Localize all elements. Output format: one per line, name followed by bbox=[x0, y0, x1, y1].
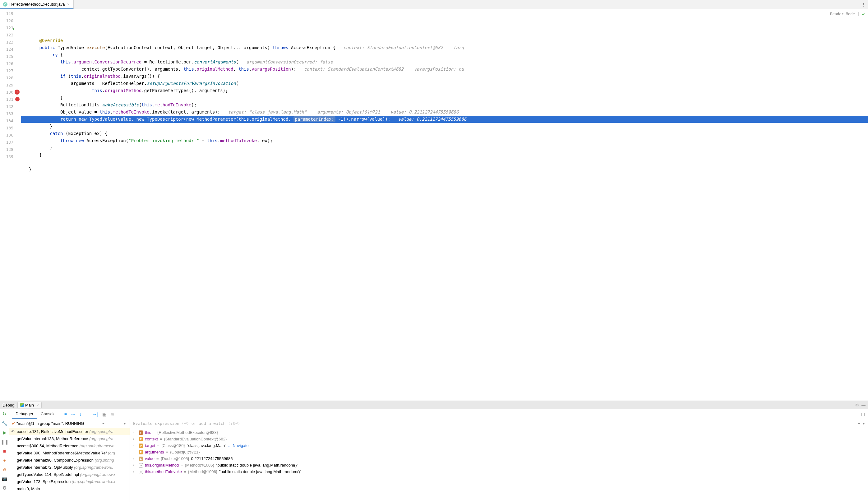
gutter-line[interactable]: 125 bbox=[0, 53, 21, 60]
expand-icon[interactable]: › bbox=[133, 444, 137, 447]
step-over-icon[interactable]: ⤻ bbox=[71, 412, 75, 417]
gutter-line[interactable]: 131 bbox=[0, 96, 21, 103]
rerun-icon[interactable]: ↻ bbox=[2, 411, 7, 417]
evaluate-icon[interactable]: ▦ bbox=[102, 412, 106, 417]
resume-icon[interactable]: ▶ bbox=[3, 430, 7, 436]
code-line[interactable]: arguments = ReflectionHelper.setupArgume… bbox=[21, 80, 868, 87]
breakpoint-badge[interactable]: 1 bbox=[14, 90, 20, 94]
gear-icon[interactable]: ⚙ bbox=[855, 403, 859, 408]
gutter-line[interactable]: 121⬆ bbox=[0, 24, 21, 31]
code-line[interactable]: try { bbox=[21, 51, 868, 59]
code-line[interactable]: this.originalMethod.getParameterTypes(),… bbox=[21, 87, 868, 94]
frame-item[interactable]: getTypedValue:114, SpelNodeImpl (org.spr… bbox=[9, 471, 130, 478]
gutter-line[interactable]: 135 bbox=[0, 124, 21, 132]
close-icon[interactable]: × bbox=[37, 403, 39, 408]
code-line[interactable]: throw new AccessException("Problem invok… bbox=[21, 137, 868, 144]
code-line[interactable] bbox=[21, 158, 868, 166]
tab-console[interactable]: Console bbox=[37, 410, 59, 419]
camera-icon[interactable]: 📷 bbox=[2, 476, 8, 481]
gutter-line[interactable]: 123 bbox=[0, 39, 21, 46]
variable-row[interactable]: ›∞this.methodToInvoke = {Method@1006} "p… bbox=[130, 469, 868, 475]
add-watch-icon[interactable]: + bbox=[858, 421, 860, 426]
gutter-line[interactable]: 133 bbox=[0, 110, 21, 117]
dropdown-icon[interactable]: ▾ bbox=[123, 421, 127, 426]
thread-label[interactable]: "main"@1 in group "main": RUNNING bbox=[17, 421, 84, 426]
layout-icon[interactable]: ◫ bbox=[861, 412, 865, 417]
variable-row[interactable]: ›Pcontext = {StandardEvaluationContext@6… bbox=[130, 436, 868, 442]
gutter-line[interactable]: 122 bbox=[0, 31, 21, 39]
variable-row[interactable]: ›∞this.originalMethod = {Method@1006} "p… bbox=[130, 462, 868, 469]
expand-icon[interactable]: › bbox=[133, 470, 137, 473]
step-into-icon[interactable]: ↓ bbox=[79, 412, 81, 417]
close-icon[interactable]: × bbox=[66, 2, 70, 7]
code-line[interactable] bbox=[21, 30, 868, 37]
expand-icon[interactable]: › bbox=[133, 431, 137, 434]
expand-icon[interactable]: › bbox=[133, 437, 137, 441]
gutter-line[interactable]: 127 bbox=[0, 67, 21, 74]
variable-row[interactable]: ›Fthis = {ReflectiveMethodExecutor@988} bbox=[130, 429, 868, 436]
gutter-line[interactable]: 136 bbox=[0, 132, 21, 139]
code-line[interactable]: } bbox=[21, 152, 868, 158]
code-line[interactable]: context.getTypeConverter(), arguments, t… bbox=[21, 65, 868, 73]
gutter-line[interactable]: 132 bbox=[0, 103, 21, 110]
code-line[interactable]: if (this.originalMethod.isVarArgs()) { bbox=[21, 73, 868, 80]
code-line[interactable]: } bbox=[21, 166, 868, 173]
wrench-icon[interactable]: 🔧 bbox=[2, 420, 8, 426]
expand-icon[interactable]: › bbox=[133, 457, 137, 460]
gutter-line[interactable]: 1301 bbox=[0, 89, 21, 96]
run-config-tab[interactable]: Main × bbox=[18, 402, 42, 408]
variable-row[interactable]: ›Lvalue = {Double@1005} 0.22112724475559… bbox=[130, 455, 868, 462]
gutter-line[interactable]: 128 bbox=[0, 74, 21, 82]
step-out-icon[interactable]: ↑ bbox=[86, 412, 88, 417]
code-line[interactable]: return new TypedValue(value, new TypeDes… bbox=[21, 116, 868, 123]
threads-icon[interactable]: ≡ bbox=[64, 412, 67, 417]
code-line[interactable]: public TypedValue execute(EvaluationCont… bbox=[21, 44, 868, 51]
variable-row[interactable]: Parguments = {Object[0]@721} bbox=[130, 449, 868, 455]
code-line[interactable]: this.argumentConversionOccurred = Reflec… bbox=[21, 59, 868, 65]
gutter-line[interactable]: 139 bbox=[0, 153, 21, 160]
breakpoint-icon[interactable] bbox=[15, 97, 20, 101]
code-line[interactable]: @Override bbox=[21, 37, 868, 44]
reader-mode-toggle[interactable]: Reader Mode | ✔ bbox=[830, 11, 865, 17]
gutter-line[interactable]: 134 bbox=[0, 117, 21, 124]
expand-icon[interactable]: › bbox=[133, 463, 137, 467]
frame-item[interactable]: getValue:173, SpelExpression (org.spring… bbox=[9, 478, 130, 485]
code-line[interactable]: ReflectionUtils.makeAccessible(this.meth… bbox=[21, 101, 868, 109]
code-line[interactable]: } bbox=[21, 123, 868, 130]
run-to-cursor-icon[interactable]: →| bbox=[92, 412, 98, 417]
code-line[interactable]: Object value = this.methodToInvoke.invok… bbox=[21, 109, 868, 116]
variable-row[interactable]: ›Ptarget = {Class@180} "class java.lang.… bbox=[130, 442, 868, 449]
editor-tab[interactable]: C ReflectiveMethodExecutor.java × bbox=[0, 0, 74, 9]
trace-icon[interactable]: ≋ bbox=[111, 412, 114, 417]
code-line[interactable] bbox=[21, 173, 868, 180]
navigate-link[interactable]: ... Navigate bbox=[228, 443, 249, 448]
gutter-line[interactable]: 120 bbox=[0, 17, 21, 24]
gutter-line[interactable]: 137 bbox=[0, 139, 21, 146]
undo-icon[interactable]: ↶ bbox=[11, 429, 14, 434]
code-line[interactable]: catch (Exception ex) { bbox=[21, 130, 868, 137]
gutter-line[interactable]: 126 bbox=[0, 60, 21, 67]
frame-item[interactable]: main:9, Main bbox=[9, 485, 130, 492]
code-line[interactable]: } bbox=[21, 94, 868, 101]
frame-item[interactable]: getValueInternal:90, CompoundExpression … bbox=[9, 457, 130, 464]
frame-item[interactable]: getValue:390, MethodReference$MethodValu… bbox=[9, 449, 130, 457]
gutter-line[interactable]: 119 bbox=[0, 10, 21, 17]
code-line[interactable]: } bbox=[21, 144, 868, 152]
more-icon[interactable]: ⋮ bbox=[861, 2, 866, 7]
stop-icon[interactable]: ■ bbox=[3, 449, 6, 454]
filter-icon[interactable]: ⏷ bbox=[100, 421, 107, 426]
tab-debugger[interactable]: Debugger bbox=[12, 410, 37, 419]
frame-item[interactable]: access$000:54, MethodReference (org.spri… bbox=[9, 442, 130, 449]
code-area[interactable]: Reader Mode | ✔ @Override public TypedVa… bbox=[21, 9, 868, 401]
gutter-line[interactable]: 124 bbox=[0, 46, 21, 53]
mute-breakpoints-icon[interactable]: ⌀ bbox=[3, 467, 6, 472]
gutter-line[interactable]: 129 bbox=[0, 82, 21, 89]
gutter-line[interactable]: 138 bbox=[0, 146, 21, 153]
pause-icon[interactable]: ❚❚ bbox=[1, 439, 9, 445]
frame-item[interactable]: getValueInternal:72, OpMultiply (org.spr… bbox=[9, 464, 130, 471]
minimize-icon[interactable]: — bbox=[861, 403, 866, 408]
frame-item[interactable]: ↶execute:131, ReflectiveMethodExecutor (… bbox=[9, 428, 130, 435]
dropdown-icon[interactable]: ▾ bbox=[863, 421, 865, 426]
frame-item[interactable]: getValueInternal:138, MethodReference (o… bbox=[9, 435, 130, 442]
evaluate-input[interactable]: Evaluate expression (⏎) or add a watch (… bbox=[133, 421, 858, 426]
